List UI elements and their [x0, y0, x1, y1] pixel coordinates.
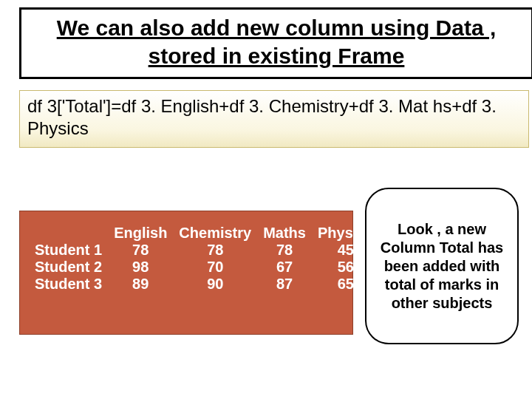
cell: 78 — [173, 242, 257, 259]
title-box: We can also add new column using Data , … — [19, 7, 532, 79]
row-label: Student 3 — [29, 276, 108, 293]
cell: 70 — [173, 259, 257, 276]
col-chemistry: Chemistry — [173, 225, 257, 242]
cell: 78 — [108, 242, 173, 259]
cell: 89 — [108, 276, 173, 293]
cell: 67 — [257, 259, 312, 276]
callout-box: Look , a new Column Total has been added… — [365, 188, 519, 344]
table-panel: English Chemistry Maths Physics Total St… — [19, 211, 353, 335]
col-blank — [29, 225, 108, 242]
cell: 90 — [173, 276, 257, 293]
slide-title: We can also add new column using Data , … — [30, 14, 522, 69]
code-box: df 3['Total']=df 3. English+df 3. Chemis… — [19, 90, 529, 148]
row-label: Student 1 — [29, 242, 108, 259]
code-text: df 3['Total']=df 3. English+df 3. Chemis… — [27, 96, 497, 138]
cell: 87 — [257, 276, 312, 293]
cell: 78 — [257, 242, 312, 259]
row-label: Student 2 — [29, 259, 108, 276]
col-maths: Maths — [257, 225, 312, 242]
callout-text: Look , a new Column Total has been added… — [377, 220, 507, 313]
col-english: English — [108, 225, 173, 242]
cell: 98 — [108, 259, 173, 276]
